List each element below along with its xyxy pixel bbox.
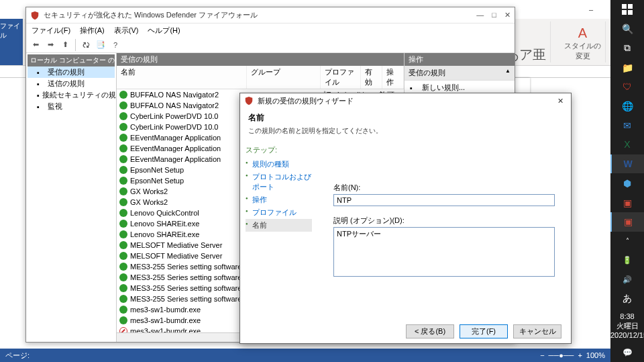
allow-icon xyxy=(119,101,127,109)
styles-icon: A xyxy=(578,26,587,40)
tree-label: 監視 xyxy=(48,101,62,111)
arrow-in-icon: ▪ xyxy=(37,69,45,77)
search-icon[interactable]: 🔍 xyxy=(610,19,644,39)
wizard-title: 新規の受信の規則ウィザード xyxy=(258,96,549,106)
allow-icon xyxy=(119,263,127,271)
menu-item[interactable]: ファイル(F) xyxy=(32,26,70,36)
minimize-icon[interactable]: — xyxy=(476,11,484,19)
up-icon[interactable]: ⬆ xyxy=(58,38,72,52)
wizard-header-sub: この規則の名前と説明を指定してください。 xyxy=(248,126,563,136)
wizard-step[interactable]: 規則の種類 xyxy=(246,158,312,171)
finish-button[interactable]: 完了(F) xyxy=(460,324,508,338)
allow-icon xyxy=(119,220,127,228)
clock-time: 8:38 xyxy=(610,312,644,321)
wizard-header-title: 名前 xyxy=(248,112,563,124)
maximize-icon[interactable]: □ xyxy=(492,11,496,19)
wizard-step[interactable]: 操作 xyxy=(246,193,312,206)
allow-icon xyxy=(119,284,127,292)
svg-rect-2 xyxy=(622,10,627,15)
tree-node[interactable]: ▪受信の規則 xyxy=(28,66,115,78)
allow-icon xyxy=(119,187,127,195)
allow-icon xyxy=(119,241,127,249)
col-group[interactable]: グループ xyxy=(247,66,321,89)
tree-node[interactable]: ▪監視 xyxy=(28,101,115,112)
taskview-icon[interactable]: ⧉ xyxy=(610,38,644,58)
clock-date: 2020/12/15 xyxy=(610,330,644,340)
wizard-steps: ステップ: 規則の種類プロトコルおよびポート操作プロファイル名前 xyxy=(240,142,317,319)
taskbar-clock[interactable]: 8:38 火曜日 2020/12/15 xyxy=(610,309,644,343)
export-icon[interactable]: 📑 xyxy=(94,38,107,52)
tray-up-icon[interactable]: ˄ xyxy=(610,232,644,251)
forward-icon[interactable]: ➡ xyxy=(44,38,57,52)
menu-item[interactable]: 操作(A) xyxy=(80,26,105,36)
wizard-step[interactable]: プロファイル xyxy=(246,206,312,219)
help-icon[interactable]: ? xyxy=(109,38,122,52)
tray-volume-icon[interactable]: 🔊 xyxy=(610,270,644,289)
description-input[interactable] xyxy=(333,227,555,277)
zoom-slider[interactable]: ──●── xyxy=(549,351,574,359)
name-input[interactable] xyxy=(333,194,555,206)
taskbar-app-mail[interactable]: ✉ xyxy=(610,116,644,135)
allow-icon xyxy=(119,177,127,185)
ime-indicator[interactable]: あ xyxy=(610,289,644,309)
taskbar-app-other1[interactable]: ⬢ xyxy=(610,173,644,193)
name-label: 名前(N): xyxy=(333,183,555,193)
close-icon[interactable]: ✕ xyxy=(504,11,511,19)
zoom-in-icon[interactable]: + xyxy=(578,351,582,359)
firewall-titlebar[interactable]: セキュリティが強化された Windows Defender ファイアウォール —… xyxy=(26,7,515,24)
cancel-button[interactable]: キャンセル xyxy=(513,324,561,338)
menu-item[interactable]: 表示(V) xyxy=(114,26,139,36)
col-profile[interactable]: プロファイル xyxy=(321,66,361,89)
tree-node[interactable]: ▪送信の規則 xyxy=(28,78,115,89)
allow-icon xyxy=(119,273,127,281)
minimize-icon[interactable]: – xyxy=(589,5,597,13)
col-action[interactable]: 操作 xyxy=(382,66,404,89)
page-indicator: ページ: xyxy=(5,351,30,361)
taskbar-app-firewall[interactable]: 🛡 xyxy=(610,77,644,97)
zoom-out-icon[interactable]: − xyxy=(540,351,544,359)
action-center-icon[interactable]: 💬 xyxy=(610,343,644,362)
back-icon[interactable]: ⬅ xyxy=(29,38,42,52)
shield-icon xyxy=(244,96,254,105)
tray-battery-icon[interactable]: 🔋 xyxy=(610,251,644,270)
allow-icon xyxy=(119,166,127,174)
col-name[interactable]: 名前 xyxy=(117,66,247,89)
allow-icon xyxy=(119,198,127,206)
styles-group[interactable]: Aスタイルの 変更 xyxy=(560,21,606,62)
new-rule-icon: ▪ xyxy=(410,84,418,92)
firewall-menubar: ファイル(F)操作(A)表示(V)ヘルプ(H) xyxy=(26,24,515,37)
taskbar-app-excel[interactable]: X xyxy=(610,135,644,154)
steps-label: ステップ: xyxy=(246,145,312,155)
allow-icon xyxy=(119,209,127,217)
wizard-form: 名前(N): 説明 (オプション)(D): xyxy=(317,142,571,319)
allow-icon xyxy=(119,306,127,314)
taskbar-app-edge[interactable]: 🌐 xyxy=(610,97,644,116)
allow-icon xyxy=(119,134,127,142)
wizard-titlebar[interactable]: 新規の受信の規則ウィザード ✕ xyxy=(240,93,571,108)
wizard-step[interactable]: 名前 xyxy=(246,219,312,232)
close-icon[interactable]: ✕ xyxy=(553,97,567,105)
allow-icon xyxy=(119,91,127,99)
allow-icon xyxy=(119,144,127,152)
taskbar-app-other3[interactable]: ▣ xyxy=(610,212,644,232)
wizard-step[interactable]: プロトコルおよびポート xyxy=(246,171,312,193)
back-button[interactable]: < 戻る(B) xyxy=(406,324,454,338)
firewall-tree: ローカル コンピューター のセキュリティ ▪受信の規則▪送信の規則▪接続セキュリ… xyxy=(26,53,117,342)
col-enabled[interactable]: 有効 xyxy=(361,66,382,89)
tree-label: 接続セキュリティの規則 xyxy=(42,90,117,100)
actions-title: 受信の規則▲ xyxy=(405,66,515,81)
taskbar-app-other2[interactable]: ▣ xyxy=(610,193,644,212)
refresh-icon[interactable]: 🗘 xyxy=(79,38,93,52)
file-tab[interactable]: ファイル xyxy=(0,19,23,65)
svg-rect-3 xyxy=(628,10,633,15)
wizard-header: 名前 この規則の名前と説明を指定してください。 xyxy=(240,108,571,142)
taskbar-app-folder[interactable]: 📁 xyxy=(610,58,644,77)
word-statusbar: ページ: −──●──+100% xyxy=(0,349,610,362)
taskbar-app-word[interactable]: W xyxy=(610,154,644,174)
block-icon xyxy=(119,327,127,332)
clock-day: 火曜日 xyxy=(610,321,644,330)
allow-icon xyxy=(119,295,127,303)
start-icon[interactable] xyxy=(610,0,644,19)
tree-node[interactable]: ▪接続セキュリティの規則 xyxy=(28,89,115,101)
menu-item[interactable]: ヘルプ(H) xyxy=(148,26,180,36)
